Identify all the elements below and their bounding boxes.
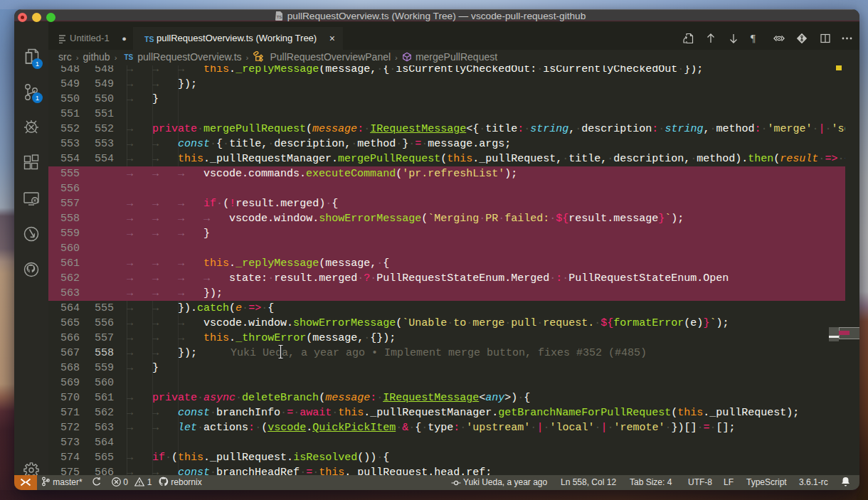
- svg-text:TS: TS: [276, 15, 282, 19]
